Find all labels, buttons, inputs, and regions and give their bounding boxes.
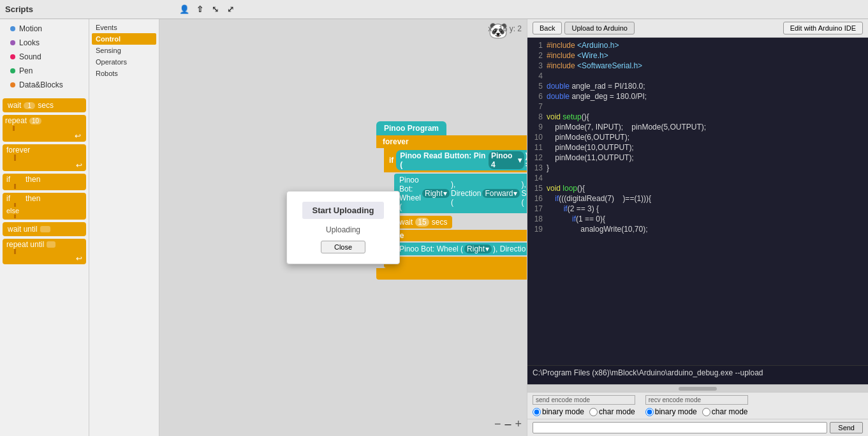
forever-indent <box>14 154 82 161</box>
wait-label: wait <box>8 101 21 110</box>
motion-dot <box>10 26 15 31</box>
line-num-14: 14 <box>530 173 543 183</box>
wait-until-condition <box>40 226 50 232</box>
data-dot <box>10 82 15 87</box>
looks-dot <box>10 40 15 45</box>
line-code-19: analogWrite(10,70); <box>547 224 648 234</box>
repeat-block[interactable]: repeat 10 ↩ <box>3 115 86 142</box>
recv-binary-option[interactable]: binary mode <box>645 407 697 416</box>
sidebar-item-looks[interactable]: Looks <box>0 36 89 50</box>
code-line-15: 15 void loop(){ <box>530 183 865 193</box>
send-binary-radio[interactable] <box>533 408 541 416</box>
code-line-3: 3 #include <SoftwareSerial.h> <box>530 61 865 71</box>
palette-panel: Events Control Sensing Operators Robots <box>89 19 159 436</box>
send-encode-group: send encode mode binary mode char mode <box>533 395 635 416</box>
send-char-radio[interactable] <box>589 408 598 416</box>
repeat-until-indent <box>14 249 82 254</box>
line-num-4: 4 <box>530 71 543 81</box>
send-binary-label: binary mode <box>542 407 584 416</box>
line-code-3: #include <SoftwareSerial.h> <box>547 61 642 71</box>
horizontal-scrollbar[interactable] <box>527 384 868 392</box>
if-indent <box>14 184 82 189</box>
dialog-title: Start Uploading <box>302 202 385 219</box>
line-code-6: double angle_deg = 180.0/PI; <box>547 91 647 101</box>
code-line-11: 11 pinMode(10,OUTPUT); <box>530 142 865 153</box>
upload-to-arduino-button[interactable]: Upload to Arduino <box>564 22 634 34</box>
collapse-icon[interactable]: ⤢ <box>224 4 236 15</box>
dialog-close-button[interactable]: Close <box>321 241 365 253</box>
add-sprite-icon[interactable]: 👤 <box>179 4 190 15</box>
send-button[interactable]: Send <box>830 422 863 433</box>
line-num-1: 1 <box>530 40 543 50</box>
palette-robots[interactable]: Robots <box>92 68 156 79</box>
wait-secs-block[interactable]: wait 1 secs <box>3 98 86 112</box>
upload-dialog: Start Uploading Uploading Close <box>286 191 401 264</box>
code-line-12: 12 pinMode(11,OUTPUT); <box>530 153 865 163</box>
recv-char-label: char mode <box>712 407 748 416</box>
recv-char-option[interactable]: char mode <box>702 407 748 416</box>
edit-with-arduino-button[interactable]: Edit with Arduino IDE <box>783 22 863 34</box>
send-char-option[interactable]: char mode <box>589 407 635 416</box>
sidebar-item-pen[interactable]: Pen <box>0 64 89 78</box>
line-num-10: 10 <box>530 132 543 142</box>
send-binary-option[interactable]: binary mode <box>533 407 584 416</box>
recv-binary-label: binary mode <box>655 407 697 416</box>
if-then-block[interactable]: if then <box>3 174 86 190</box>
wait-until-label: wait until <box>8 225 38 234</box>
line-code-18: if(1 == 0){ <box>547 214 605 224</box>
send-char-label: char mode <box>599 407 635 416</box>
sidebar-item-sound[interactable]: Sound <box>0 50 89 64</box>
forever-label: forever <box>6 146 82 154</box>
line-num-16: 16 <box>530 193 543 204</box>
left-panel: Motion Looks Sound Pen Data&Blocks <box>0 19 89 436</box>
top-toolbar: Scripts 👤 ⇧ ⤡ ⤢ <box>0 0 868 19</box>
canvas-area[interactable]: 🐼 x: -16 y: 2 Pinoo Program forever if <box>159 19 527 436</box>
arrow-up-icon[interactable]: ⇧ <box>194 4 205 15</box>
sidebar-item-motion[interactable]: Motion <box>0 22 89 36</box>
code-editor[interactable]: 1 #include <Arduino.h> 2 #include <Wire.… <box>527 38 868 365</box>
repeat-arrow: ↩ <box>5 132 84 140</box>
data-label: Data&Blocks <box>19 80 63 89</box>
code-line-7: 7 <box>530 101 865 112</box>
palette-sensing[interactable]: Sensing <box>92 45 156 56</box>
line-code-16: if(((digitalRead(7) )==(1))){ <box>547 193 651 204</box>
if-then-else-block[interactable]: if then else <box>3 193 86 220</box>
line-num-6: 6 <box>530 91 543 101</box>
back-button[interactable]: Back <box>533 22 562 34</box>
pen-dot <box>10 68 15 73</box>
code-line-9: 9 pinMode(7, INPUT); pinMode(5,OUTPUT); <box>530 122 865 132</box>
forever-block[interactable]: forever ↩ <box>3 144 86 171</box>
looks-label: Looks <box>19 38 40 47</box>
send-input[interactable] <box>533 422 827 433</box>
code-line-13: 13 } <box>530 163 865 173</box>
code-line-1: 1 #include <Arduino.h> <box>530 40 865 50</box>
code-line-14: 14 <box>530 173 865 183</box>
palette-control[interactable]: Control <box>92 33 156 45</box>
recv-binary-radio[interactable] <box>645 408 654 416</box>
line-num-7: 7 <box>530 101 543 112</box>
sound-label: Sound <box>19 52 41 61</box>
pen-label: Pen <box>19 66 33 75</box>
wait-until-block[interactable]: wait until <box>3 222 86 236</box>
dialog-overlay: Start Uploading Uploading Close <box>159 19 527 436</box>
expand-icon[interactable]: ⤡ <box>209 4 221 15</box>
recv-encode-group: recv encode mode binary mode char mode <box>645 395 748 416</box>
line-code-11: pinMode(10,OUTPUT); <box>547 142 634 153</box>
recv-char-radio[interactable] <box>702 408 710 416</box>
code-line-4: 4 <box>530 71 865 81</box>
if-then-header: if then <box>6 175 82 184</box>
recv-encode-options: binary mode char mode <box>645 407 748 416</box>
code-line-6: 6 double angle_deg = 180.0/PI; <box>530 91 865 101</box>
palette-events[interactable]: Events <box>92 22 156 33</box>
scrollbar-thumb[interactable] <box>679 387 717 391</box>
sidebar-item-data[interactable]: Data&Blocks <box>0 78 89 92</box>
toolbar-icons: 👤 ⇧ ⤡ ⤢ <box>179 4 236 15</box>
category-list: Motion Looks Sound Pen Data&Blocks <box>0 19 89 94</box>
code-line-19: 19 analogWrite(10,70); <box>530 224 865 234</box>
repeat-value[interactable]: 10 <box>29 117 41 124</box>
if-then-else-header: if then <box>6 194 82 203</box>
repeat-until-block[interactable]: repeat until ↩ <box>3 239 86 264</box>
dialog-uploading-text: Uploading <box>326 225 360 234</box>
palette-operators[interactable]: Operators <box>92 56 156 68</box>
wait-value[interactable]: 1 <box>24 102 35 109</box>
